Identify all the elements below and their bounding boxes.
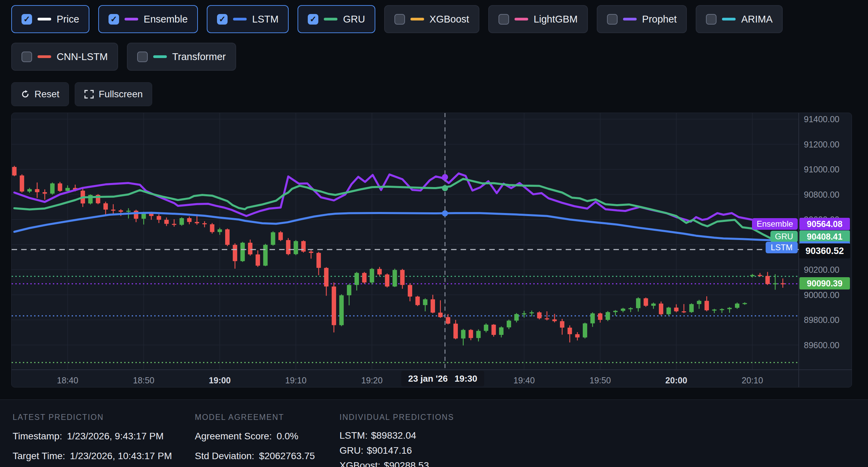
toggle-price[interactable]: ✓Price xyxy=(11,5,89,33)
toggle-label: Transformer xyxy=(172,51,226,62)
svg-text:19:50: 19:50 xyxy=(590,376,611,385)
fullscreen-label: Fullscreen xyxy=(99,89,143,100)
toggle-lstm[interactable]: ✓LSTM xyxy=(207,5,289,33)
toggle-label: Price xyxy=(57,14,79,25)
section-title: INDIVIDUAL PREDICTIONS xyxy=(339,413,454,422)
checkbox-unchecked-icon[interactable] xyxy=(21,52,32,62)
std-deviation-row: Std Deviation:$2062763.75 xyxy=(195,451,315,462)
svg-text:19:20: 19:20 xyxy=(361,376,383,385)
crosshair-time-text: 19:30 xyxy=(454,373,477,384)
section-title: LATEST PREDICTION xyxy=(13,413,172,422)
svg-text:18:50: 18:50 xyxy=(133,376,155,385)
reset-label: Reset xyxy=(34,89,59,100)
toggle-gru[interactable]: ✓GRU xyxy=(298,5,375,33)
crosshair-time-label: 23 jan '2619:30 xyxy=(401,371,484,386)
svg-text:89600.00: 89600.00 xyxy=(804,340,839,350)
series-color-swatch xyxy=(515,18,528,20)
svg-text:19:00: 19:00 xyxy=(209,376,231,385)
prediction-level-lines xyxy=(12,276,799,363)
model-agreement-section: MODEL AGREEMENT Agreement Score:0.0% Std… xyxy=(195,400,315,462)
svg-text:19:40: 19:40 xyxy=(513,376,535,385)
toggle-label: Ensemble xyxy=(144,14,188,25)
axis-label-gru: GRU xyxy=(770,231,798,242)
svg-text:91000.00: 91000.00 xyxy=(804,165,839,174)
model-legend: ✓Price✓Ensemble✓LSTM✓GRUXGBoostLightGBMP… xyxy=(0,0,853,71)
toggle-cnn-lstm[interactable]: CNN-LSTM xyxy=(11,43,118,71)
series-color-swatch xyxy=(38,18,51,20)
fullscreen-button[interactable]: Fullscreen xyxy=(75,82,152,106)
toggle-prophet[interactable]: Prophet xyxy=(597,5,687,33)
checkbox-unchecked-icon[interactable] xyxy=(394,14,405,25)
svg-text:20:00: 20:00 xyxy=(665,376,687,385)
gru-prediction-row: GRU:$90147.16 xyxy=(339,445,454,456)
series-color-swatch xyxy=(623,18,637,20)
prediction-info-panel: LATEST PREDICTION Timestamp:1/23/2026, 9… xyxy=(0,399,868,467)
fullscreen-icon xyxy=(84,89,94,99)
series-line-lstm xyxy=(14,213,783,241)
crosshair-dot-lstm xyxy=(442,210,448,216)
toggle-ensemble[interactable]: ✓Ensemble xyxy=(98,5,198,33)
svg-text:91400.00: 91400.00 xyxy=(804,114,839,124)
svg-text:18:40: 18:40 xyxy=(57,376,78,385)
toggle-arima[interactable]: ARIMA xyxy=(696,5,783,33)
candlestick-series xyxy=(12,166,785,345)
series-color-swatch xyxy=(410,18,424,20)
current-price-label: 90090.39 xyxy=(799,277,850,289)
svg-text:90000.00: 90000.00 xyxy=(804,290,839,300)
series-color-swatch xyxy=(324,18,337,20)
crosshair-date-text: 23 jan '26 xyxy=(408,373,448,384)
crosshair-dot-gru xyxy=(442,185,448,191)
svg-text:89800.00: 89800.00 xyxy=(804,315,839,325)
checkbox-checked-icon[interactable]: ✓ xyxy=(308,14,318,25)
crosshair-price-label: 90360.52 xyxy=(799,243,850,258)
series-color-swatch xyxy=(233,18,247,20)
svg-text:19:10: 19:10 xyxy=(285,376,307,385)
gridlines xyxy=(12,113,799,370)
svg-text:90200.00: 90200.00 xyxy=(804,265,839,274)
agreement-score-row: Agreement Score:0.0% xyxy=(195,431,315,442)
reset-icon xyxy=(21,90,30,99)
svg-text:90800.00: 90800.00 xyxy=(804,190,839,199)
axis-label-lstm: LSTM xyxy=(766,242,798,253)
series-color-swatch xyxy=(125,18,138,20)
toggle-label: XGBoost xyxy=(430,14,469,25)
chart-controls: Reset Fullscreen xyxy=(0,71,868,106)
timestamp-row: Timestamp:1/23/2026, 9:43:17 PM xyxy=(13,431,172,442)
svg-text:20:10: 20:10 xyxy=(742,376,763,385)
section-title: MODEL AGREEMENT xyxy=(195,413,315,422)
toggle-xgboost[interactable]: XGBoost xyxy=(384,5,479,33)
toggle-transformer[interactable]: Transformer xyxy=(127,43,236,71)
toggle-label: GRU xyxy=(343,14,365,25)
checkbox-unchecked-icon[interactable] xyxy=(607,14,618,25)
series-line-ensemble xyxy=(14,173,783,224)
xgboost-prediction-row: XGBoost:$90288.53 xyxy=(339,460,454,467)
toggle-label: Prophet xyxy=(642,14,677,25)
target-time-row: Target Time:1/23/2026, 10:43:17 PM xyxy=(13,451,172,462)
axis-value-ensemble: 90564.08 xyxy=(799,218,850,230)
crosshair-dot-ensemble xyxy=(442,174,448,180)
checkbox-unchecked-icon[interactable] xyxy=(137,52,148,62)
checkbox-unchecked-icon[interactable] xyxy=(498,14,509,25)
axis-label-ensemble: Ensemble xyxy=(752,218,798,230)
axis-value-gru: 90408.41 xyxy=(799,230,850,243)
chart-canvas[interactable]: 91400.0091200.0091000.0090800.0090600.00… xyxy=(12,113,852,387)
toggle-lightgbm[interactable]: LightGBM xyxy=(488,5,588,33)
series-color-swatch xyxy=(722,18,736,20)
toggle-label: ARIMA xyxy=(741,14,772,25)
toggle-label: LSTM xyxy=(252,14,278,25)
series-color-swatch xyxy=(153,55,167,58)
series-color-swatch xyxy=(38,55,51,58)
svg-text:91200.00: 91200.00 xyxy=(804,140,839,149)
lstm-prediction-row: LSTM:$89832.04 xyxy=(339,430,454,441)
checkbox-checked-icon[interactable]: ✓ xyxy=(217,14,228,25)
latest-prediction-section: LATEST PREDICTION Timestamp:1/23/2026, 9… xyxy=(13,400,172,462)
toggle-label: LightGBM xyxy=(534,14,578,25)
individual-predictions-section: INDIVIDUAL PREDICTIONS LSTM:$89832.04 GR… xyxy=(339,400,454,467)
checkbox-checked-icon[interactable]: ✓ xyxy=(21,14,32,25)
reset-button[interactable]: Reset xyxy=(11,82,69,106)
toggle-label: CNN-LSTM xyxy=(57,51,108,62)
checkbox-checked-icon[interactable]: ✓ xyxy=(108,14,119,25)
prediction-chart[interactable]: 91400.0091200.0091000.0090800.0090600.00… xyxy=(11,113,852,387)
checkbox-unchecked-icon[interactable] xyxy=(706,14,717,25)
